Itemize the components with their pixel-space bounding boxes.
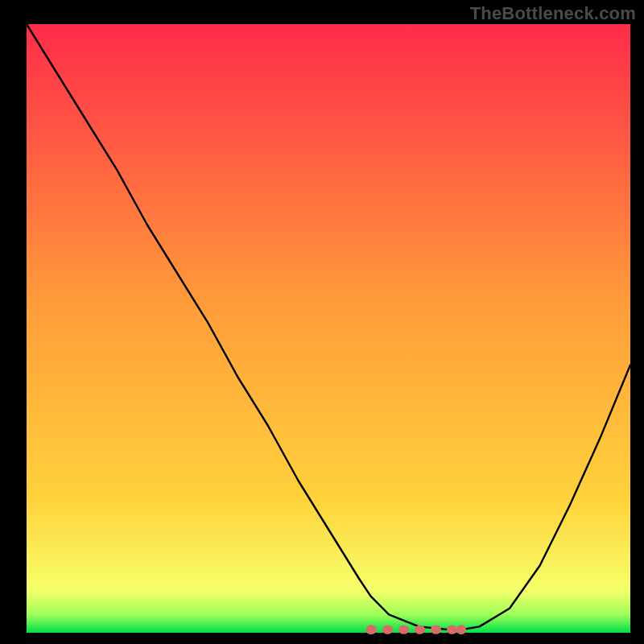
optimal-end-dot — [456, 625, 466, 634]
svg-rect-0 — [27, 24, 630, 633]
bottleneck-chart — [0, 0, 644, 644]
chart-frame: TheBottleneck.com — [0, 0, 644, 644]
watermark-text: TheBottleneck.com — [470, 3, 636, 24]
